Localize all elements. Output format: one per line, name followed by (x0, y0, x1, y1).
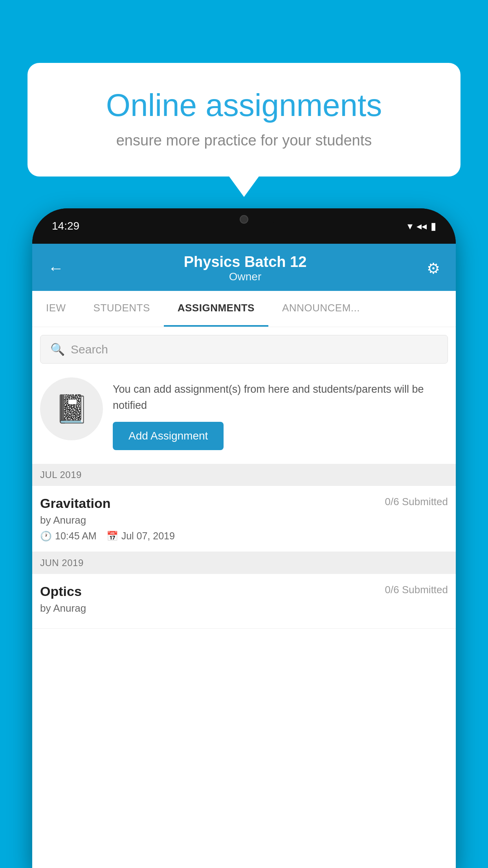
header-subtitle: Owner (184, 270, 307, 283)
search-container: 🔍 Search (32, 327, 456, 371)
tabs-bar: IEW STUDENTS ASSIGNMENTS ANNOUNCEM... (32, 291, 456, 327)
assignment-optics-submitted: 0/6 Submitted (385, 584, 448, 596)
assignment-optics[interactable]: Optics 0/6 Submitted by Anurag (32, 574, 456, 629)
assignment-gravitation-date-value: Jul 07, 2019 (121, 530, 175, 542)
assignment-gravitation-header: Gravitation 0/6 Submitted (40, 496, 448, 511)
assignment-gravitation-name: Gravitation (40, 496, 110, 511)
header-center: Physics Batch 12 Owner (184, 254, 307, 283)
section-jul-2019: JUL 2019 (32, 464, 456, 486)
assignment-gravitation[interactable]: Gravitation 0/6 Submitted by Anurag 🕐 10… (32, 486, 456, 552)
tab-students[interactable]: STUDENTS (80, 291, 164, 327)
section-jun-2019: JUN 2019 (32, 552, 456, 574)
status-bar: 14:29 ▾ ◂◂ ▮ (32, 208, 456, 244)
phone-time: 14:29 (52, 220, 79, 232)
assignment-gravitation-time: 🕐 10:45 AM (40, 530, 97, 542)
tab-assignments[interactable]: ASSIGNMENTS (164, 291, 268, 327)
assignment-icon-circle: 📓 (40, 377, 103, 440)
settings-button[interactable]: ⚙ (427, 260, 440, 277)
search-placeholder: Search (71, 343, 108, 356)
calendar-icon: 📅 (106, 531, 118, 542)
assignment-gravitation-meta: 🕐 10:45 AM 📅 Jul 07, 2019 (40, 530, 448, 542)
wifi-icon: ▾ (407, 220, 413, 232)
add-assignment-button[interactable]: Add Assignment (113, 422, 224, 450)
search-icon: 🔍 (50, 342, 65, 356)
notebook-icon: 📓 (55, 393, 89, 425)
promo-content: You can add assignment(s) from here and … (113, 377, 448, 450)
assignment-optics-author: by Anurag (40, 602, 448, 614)
phone-frame: 14:29 ▾ ◂◂ ▮ ← Physics Batch 12 Owner ⚙ … (32, 208, 456, 868)
section-month-label-jun: JUN 2019 (40, 557, 84, 568)
battery-icon: ▮ (431, 220, 436, 232)
promo-description: You can add assignment(s) from here and … (113, 381, 448, 413)
assignment-gravitation-time-value: 10:45 AM (55, 530, 97, 542)
tab-announcements[interactable]: ANNOUNCEM... (268, 291, 374, 327)
phone-notch (213, 208, 275, 230)
bubble-subtitle: ensure more practice for your students (59, 132, 429, 149)
section-month-label: JUL 2019 (40, 469, 82, 480)
header-title: Physics Batch 12 (184, 254, 307, 270)
tab-iew[interactable]: IEW (32, 291, 80, 327)
promo-bubble: Online assignments ensure more practice … (28, 63, 460, 177)
assignment-optics-name: Optics (40, 584, 82, 599)
camera-dot (240, 215, 248, 224)
speech-bubble-card: Online assignments ensure more practice … (28, 63, 460, 177)
clock-icon: 🕐 (40, 531, 52, 542)
app-header: ← Physics Batch 12 Owner ⚙ (32, 244, 456, 291)
status-icons: ▾ ◂◂ ▮ (407, 220, 436, 232)
promo-card: 📓 You can add assignment(s) from here an… (40, 371, 448, 456)
assignment-gravitation-date: 📅 Jul 07, 2019 (106, 530, 175, 542)
assignment-optics-header: Optics 0/6 Submitted (40, 584, 448, 599)
assignment-gravitation-author: by Anurag (40, 514, 448, 526)
bubble-title: Online assignments (59, 86, 429, 124)
signal-icon: ◂◂ (416, 220, 427, 232)
assignment-gravitation-submitted: 0/6 Submitted (385, 496, 448, 508)
search-bar[interactable]: 🔍 Search (40, 335, 448, 364)
back-button[interactable]: ← (48, 259, 64, 277)
app-screen: ← Physics Batch 12 Owner ⚙ IEW STUDENTS … (32, 244, 456, 868)
